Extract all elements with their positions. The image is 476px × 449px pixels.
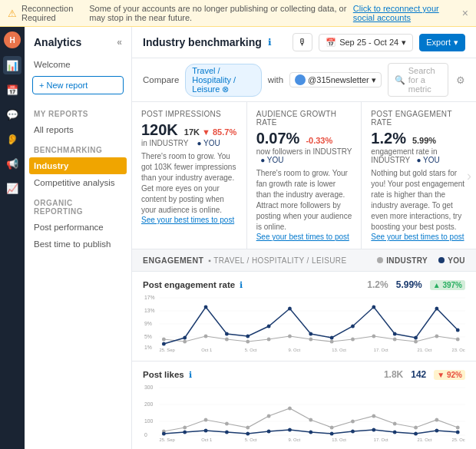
avatar[interactable]: H bbox=[4, 31, 21, 48]
search-icon: 🔍 bbox=[395, 75, 405, 85]
stat-engagement-label: Post engagement rate bbox=[371, 110, 467, 127]
svg-point-83 bbox=[435, 429, 438, 433]
legend: INDUSTRY YOU bbox=[377, 256, 465, 265]
svg-point-57 bbox=[204, 418, 208, 422]
legend-industry: INDUSTRY bbox=[377, 256, 428, 265]
svg-point-82 bbox=[414, 432, 418, 436]
new-report-button[interactable]: + New report bbox=[32, 76, 124, 94]
stat-audience-label: Audience growth rate bbox=[256, 110, 352, 127]
sidebar-item-competitive[interactable]: Competitive analysis bbox=[25, 174, 131, 191]
chevron-down-icon: ▾ bbox=[402, 38, 406, 48]
nav-listen[interactable]: 👂 bbox=[3, 130, 21, 148]
account-avatar bbox=[295, 74, 306, 85]
svg-point-19 bbox=[372, 335, 375, 338]
nav-impact[interactable]: 📈 bbox=[3, 179, 21, 197]
legend-you-label: YOU bbox=[448, 256, 465, 265]
svg-point-38 bbox=[456, 328, 460, 332]
date-range-button[interactable]: 📅 Sep 25 - Oct 24 ▾ bbox=[319, 34, 413, 51]
mic-button[interactable]: 🎙 bbox=[293, 33, 312, 51]
svg-point-9 bbox=[162, 338, 166, 342]
legend-you: YOU bbox=[438, 256, 465, 265]
svg-point-79 bbox=[351, 430, 355, 434]
svg-point-62 bbox=[309, 418, 312, 422]
stat-engagement-desc: Nothing but gold stars for you! Your pos… bbox=[371, 168, 467, 233]
stat-audience-link[interactable]: See your best times to post bbox=[256, 233, 352, 241]
svg-text:Oct 1: Oct 1 bbox=[201, 437, 212, 442]
section-sublabel: ▪ TRAVEL / HOSPITALITY / LEISURE bbox=[208, 256, 346, 265]
stats-row: Post impressions 120K 17K ▼ 85.7% in IND… bbox=[132, 102, 476, 249]
svg-point-22 bbox=[435, 335, 438, 338]
next-arrow-icon[interactable]: › bbox=[467, 167, 471, 183]
banner-title: Reconnection Required bbox=[21, 4, 84, 22]
organic-section: ORGANIC REPORTING bbox=[25, 191, 131, 219]
sidebar-toggle[interactable]: « bbox=[117, 37, 122, 48]
svg-point-58 bbox=[225, 422, 229, 426]
search-placeholder: Search for a metric bbox=[408, 66, 441, 94]
stat-audience-change: -0.33% bbox=[306, 136, 332, 145]
chart-engagement-vals: 1.2% 5.99% ▲ 397% bbox=[367, 279, 465, 290]
engagement-label: ENGAGEMENT bbox=[143, 256, 203, 265]
svg-text:200: 200 bbox=[144, 401, 154, 407]
svg-point-72 bbox=[204, 429, 208, 433]
svg-point-33 bbox=[351, 325, 355, 328]
sidebar-item-welcome[interactable]: Welcome bbox=[25, 56, 131, 73]
svg-point-66 bbox=[393, 422, 397, 426]
svg-point-24 bbox=[162, 342, 166, 346]
stat-audience-desc: There's room to grow. Your fan growth ra… bbox=[256, 168, 352, 233]
nav-engage[interactable]: 💬 bbox=[3, 105, 21, 124]
svg-point-25 bbox=[183, 336, 187, 340]
export-button[interactable]: Export ▾ bbox=[419, 34, 465, 51]
chart-likes-info[interactable]: ℹ bbox=[189, 370, 192, 380]
engagement-chart-svg: 17% 13% 9% 5% 1% bbox=[143, 292, 465, 353]
banner-text: Some of your accounts are no longer publ… bbox=[89, 4, 349, 22]
gear-icon[interactable]: ⚙ bbox=[456, 74, 465, 86]
stat-impressions-link[interactable]: See your best times to post bbox=[141, 216, 237, 224]
chart-engagement-title: Post engagement rate bbox=[143, 280, 235, 289]
svg-text:5. Oct: 5. Oct bbox=[245, 437, 257, 442]
reconnection-banner: ⚠ Reconnection Required Some of your acc… bbox=[0, 0, 476, 27]
banner-link[interactable]: Click to reconnect your social accounts bbox=[353, 4, 458, 22]
industry-tag[interactable]: Travel / Hospitality / Leisure ⊗ bbox=[185, 64, 261, 97]
stat-engagement-industry: 5.99% bbox=[412, 136, 436, 145]
svg-point-67 bbox=[414, 426, 418, 430]
svg-text:9%: 9% bbox=[144, 321, 152, 326]
svg-text:13. Oct: 13. Oct bbox=[332, 348, 346, 352]
page-title: Industry benchmarking bbox=[143, 36, 262, 48]
svg-text:9. Oct: 9. Oct bbox=[288, 437, 300, 442]
svg-point-11 bbox=[204, 335, 208, 338]
svg-text:Oct 1: Oct 1 bbox=[201, 348, 212, 352]
engagement-chart-canvas: 17% 13% 9% 5% 1% bbox=[143, 292, 465, 353]
sidebar-item-industry[interactable]: Industry bbox=[29, 157, 127, 174]
sidebar-item-best-time[interactable]: Best time to publish bbox=[25, 236, 131, 253]
main-content: Industry benchmarking ℹ 🎙 📅 Sep 25 - Oct… bbox=[132, 27, 476, 449]
stat-impressions-label: Post impressions bbox=[141, 110, 237, 118]
svg-text:5. Oct: 5. Oct bbox=[245, 348, 257, 352]
account-label: @315newsletter bbox=[308, 75, 369, 84]
svg-point-77 bbox=[309, 431, 312, 434]
nav-analytics[interactable]: 📊 bbox=[3, 56, 21, 74]
svg-point-32 bbox=[330, 336, 334, 340]
sidebar-item-post-performance[interactable]: Post performance bbox=[25, 219, 131, 236]
stat-audience-main: 0.07% bbox=[256, 130, 300, 147]
svg-point-70 bbox=[162, 432, 166, 436]
svg-text:13%: 13% bbox=[144, 308, 155, 313]
svg-point-68 bbox=[435, 418, 438, 422]
svg-point-34 bbox=[372, 305, 375, 309]
account-selector[interactable]: @315newsletter ▾ bbox=[289, 72, 382, 87]
nav-publish[interactable]: 📅 bbox=[3, 81, 21, 99]
info-icon[interactable]: ℹ bbox=[268, 37, 272, 48]
svg-text:1%: 1% bbox=[144, 345, 152, 350]
banner-close-button[interactable]: × bbox=[462, 7, 468, 19]
search-metric[interactable]: 🔍 Search for a metric bbox=[388, 63, 448, 97]
stat-engagement-main: 1.2% bbox=[371, 130, 406, 147]
svg-point-65 bbox=[372, 414, 375, 418]
stat-engagement-link[interactable]: See your best times to post bbox=[371, 233, 467, 241]
stat-impressions-main: 120K bbox=[141, 121, 178, 139]
nav-ads[interactable]: 📢 bbox=[3, 154, 21, 173]
stat-impressions: Post impressions 120K 17K ▼ 85.7% in IND… bbox=[132, 102, 247, 249]
sidebar-item-all-reports[interactable]: All reports bbox=[25, 121, 131, 138]
chart-likes-title: Post likes bbox=[143, 370, 184, 379]
svg-text:5%: 5% bbox=[144, 334, 152, 339]
svg-point-29 bbox=[267, 325, 271, 328]
chart-engagement-info[interactable]: ℹ bbox=[240, 280, 243, 290]
